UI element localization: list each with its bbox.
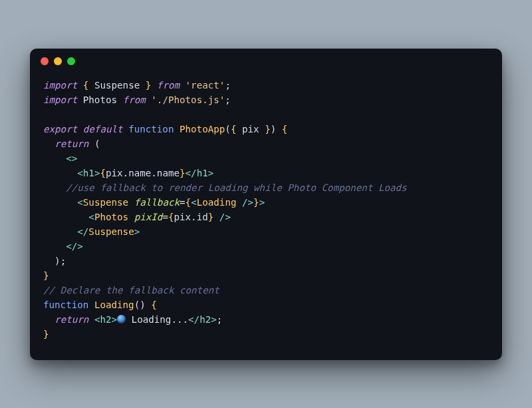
globe-icon (117, 315, 126, 323)
code-line: </> (43, 241, 83, 252)
maximize-icon[interactable] (67, 57, 75, 65)
code-line: return ( (43, 138, 100, 149)
code-line: import { Suspense } from 'react'; (43, 80, 231, 91)
minimize-icon[interactable] (54, 57, 62, 65)
code-line: import Photos from './Photos.js'; (43, 95, 231, 105)
code-line: <Suspense fallback={<Loading />}> (43, 197, 265, 208)
code-line: //use fallback to render Loading while P… (43, 182, 407, 193)
titlebar (30, 49, 502, 74)
code-line: return <h2> Loading...</h2>; (43, 314, 222, 325)
code-line: } (43, 270, 49, 281)
code-line: <> (43, 153, 77, 164)
code-line: } (43, 329, 49, 339)
code-line: <h1>{pix.name.name}</h1> (43, 168, 213, 178)
code-line: // Declare the fallback content (43, 285, 219, 296)
code-line: ); (43, 256, 66, 266)
code-line: function Loading() { (43, 300, 157, 310)
code-line: <Photos pixId={pix.id} /> (43, 212, 231, 222)
code-line: export default function PhotoApp({ pix }… (43, 124, 287, 134)
close-icon[interactable] (41, 57, 49, 65)
code-line: </Suspense> (43, 226, 140, 237)
editor-window: import { Suspense } from 'react'; import… (30, 49, 502, 360)
code-block: import { Suspense } from 'react'; import… (30, 74, 502, 360)
